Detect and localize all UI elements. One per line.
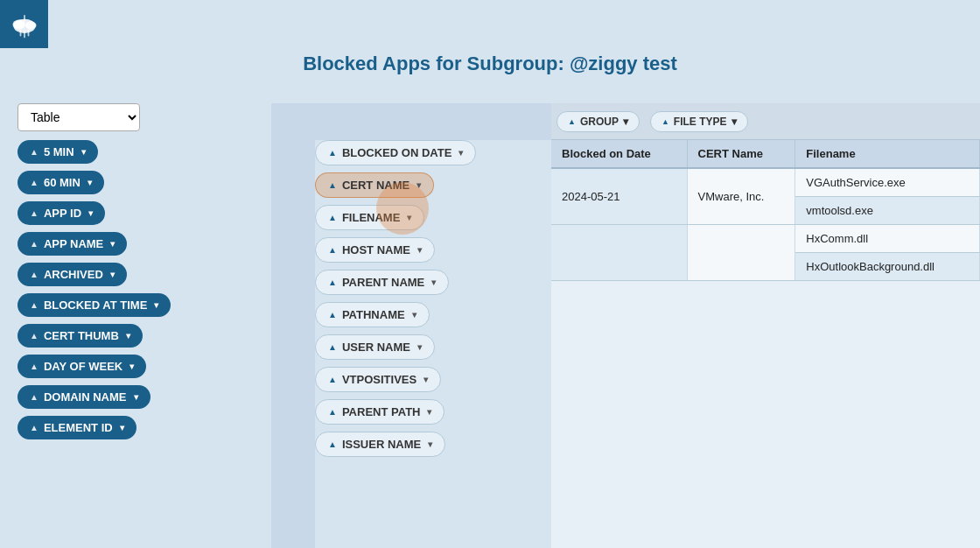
col-header-label: FILE TYPE [674,116,727,128]
field-tag-cert-thumb[interactable]: ▲ CERT THUMB ▾ [18,324,143,348]
field-label: ELEMENT ID [44,421,113,434]
selected-tag-pathname[interactable]: ▲ PATHNAME ▾ [315,302,430,327]
field-label: BLOCKED ON DATE [342,146,452,159]
sort-icon: ▲ [328,180,337,190]
field-label: DAY OF WEEK [44,360,122,373]
col-header-blocked-on-date: Blocked on Date [551,140,687,168]
field-tag-5min[interactable]: ▲ 5 MIN ▾ [18,140,98,164]
chevron-icon: ▾ [407,213,411,222]
selected-tag-cert-name[interactable]: ▲ CERT NAME ▾ [315,172,434,198]
field-tag-60min[interactable]: ▲ 60 MIN ▾ [18,171,104,194]
view-selector-container[interactable]: Table Chart List [18,103,140,131]
field-tag-app-id[interactable]: ▲ APP ID ▾ [18,201,105,225]
chevron-icon: ▾ [130,362,134,371]
field-label: VTPOSITIVES [342,373,416,386]
cell-filename: HxComm.dll [795,225,980,253]
column-header-bar: ▲ GROUP ▾ ▲ FILE TYPE ▾ [551,103,980,140]
table-row: HxComm.dll [551,225,980,253]
sort-icon: ▲ [328,342,337,352]
sort-icon: ▲ [568,117,576,126]
chevron-icon: ▾ [412,310,416,320]
svg-point-1 [12,19,24,29]
cloud-logo-icon [9,9,40,40]
field-label: PATHNAME [342,308,405,321]
cell-blocked-on-date: 2024-05-21 [551,168,687,225]
selected-tag-issuer-name[interactable]: ▲ ISSUER NAME ▾ [315,432,445,457]
sort-icon: ▲ [328,310,337,320]
chevron-icon: ▾ [427,407,431,417]
chevron-icon: ▾ [417,342,422,352]
selected-tag-host-name[interactable]: ▲ HOST NAME ▾ [315,237,435,263]
sort-icon: ▲ [662,117,669,126]
col-header-file-type[interactable]: ▲ FILE TYPE ▾ [650,111,748,132]
sort-icon: ▲ [328,148,337,158]
field-label: CERT THUMB [44,329,119,342]
field-label: BLOCKED AT TIME [44,299,147,312]
selected-tag-parent-path[interactable]: ▲ PARENT PATH ▾ [315,399,444,425]
sort-icon: ▲ [30,423,38,432]
col-header-cert-name: CERT Name [687,140,795,168]
field-label: USER NAME [342,341,410,354]
cell-filename: vmtoolsd.exe [795,197,980,225]
selected-tag-blocked-on-date[interactable]: ▲ BLOCKED ON DATE ▾ [315,140,476,165]
sort-icon: ▲ [30,300,38,310]
field-tag-domain-name[interactable]: ▲ DOMAIN NAME ▾ [18,385,150,409]
col-header-group[interactable]: ▲ GROUP ▾ [556,111,640,132]
cell-blocked-on-date [551,225,687,281]
field-tag-blocked-at-time[interactable]: ▲ BLOCKED AT TIME ▾ [18,293,171,317]
logo-area [0,0,48,48]
selected-tag-filename[interactable]: ▲ FILENAME ▾ [315,205,424,230]
field-label: DOMAIN NAME [44,390,127,404]
middle-panel: ▲ BLOCKED ON DATE ▾ ▲ CERT NAME ▾ ▲ FILE… [315,140,542,548]
sort-icon: ▲ [30,178,38,187]
chevron-icon: ▾ [623,116,628,128]
sort-icon: ▲ [30,208,38,218]
table-header-row: Blocked on Date CERT Name Filename [551,140,980,168]
cell-filename: HxOutlookBackground.dll [795,253,980,281]
cell-cert-name [687,225,795,281]
right-panel: ▲ GROUP ▾ ▲ FILE TYPE ▾ Blocked on Date … [551,103,980,548]
field-label: 60 MIN [44,176,80,189]
field-label: FILENAME [342,211,400,224]
sort-icon: ▲ [328,375,337,384]
cell-filename: VGAuthService.exe [795,168,980,197]
sort-icon: ▲ [328,213,337,222]
chevron-icon: ▾ [417,245,422,255]
chevron-icon: ▾ [110,270,115,279]
field-tag-app-name[interactable]: ▲ APP NAME ▾ [18,232,127,256]
cell-cert-name: VMware, Inc. [687,168,795,225]
chevron-icon: ▾ [88,208,93,218]
field-tag-archived[interactable]: ▲ ARCHIVED ▾ [18,263,127,286]
sort-icon: ▲ [328,407,337,417]
chevron-icon: ▾ [154,300,158,310]
data-table: Blocked on Date CERT Name Filename 2024-… [551,140,980,281]
sort-icon: ▲ [328,245,337,255]
field-label: PARENT NAME [342,276,424,289]
chevron-icon: ▾ [732,116,737,128]
field-label: ISSUER NAME [342,438,421,451]
sort-icon: ▲ [30,239,38,249]
table-row: 2024-05-21 VMware, Inc. VGAuthService.ex… [551,168,980,197]
col-header-filename: Filename [795,140,980,168]
selected-tag-vtpositives[interactable]: ▲ VTPOSITIVES ▾ [315,367,441,392]
chevron-icon: ▾ [126,331,130,341]
sort-icon: ▲ [30,362,38,371]
sort-icon: ▲ [328,439,337,449]
sort-icon: ▲ [30,147,38,157]
selected-tag-user-name[interactable]: ▲ USER NAME ▾ [315,334,435,360]
chevron-icon: ▾ [428,439,432,449]
page-title: Blocked Apps for Subgroup: @ziggy test [0,53,980,75]
svg-point-2 [24,21,36,29]
field-label: APP ID [44,207,81,220]
field-tag-element-id[interactable]: ▲ ELEMENT ID ▾ [18,416,136,439]
chevron-icon: ▾ [88,178,92,187]
selected-tag-parent-name[interactable]: ▲ PARENT NAME ▾ [315,270,449,295]
field-tag-day-of-week[interactable]: ▲ DAY OF WEEK ▾ [18,355,146,378]
chevron-icon: ▾ [81,147,86,157]
field-label: HOST NAME [342,243,410,256]
field-label: ARCHIVED [44,268,103,281]
sort-icon: ▲ [30,270,38,279]
chevron-icon: ▾ [458,148,463,158]
chevron-icon: ▾ [120,423,124,432]
view-selector-dropdown[interactable]: Table Chart List [18,103,140,131]
